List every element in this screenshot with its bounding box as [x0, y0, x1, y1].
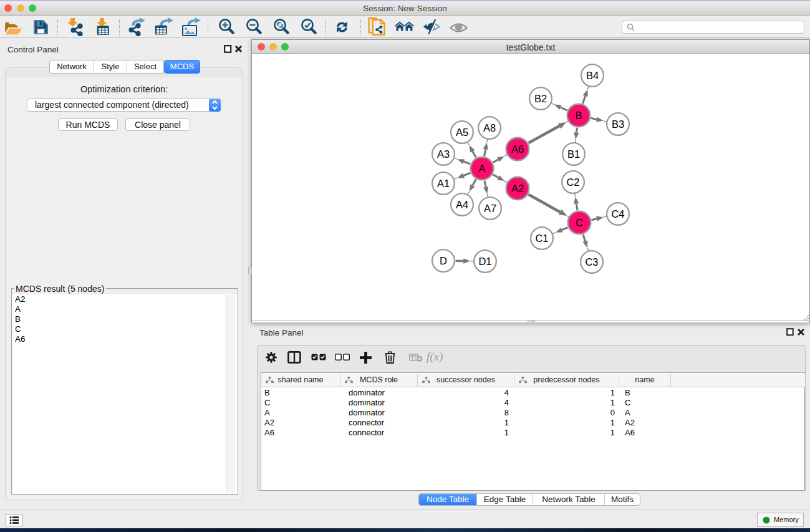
svg-text:A8: A8	[483, 122, 496, 133]
svg-text:B2: B2	[534, 93, 547, 104]
svg-text:B: B	[575, 110, 582, 121]
svg-text:B1: B1	[567, 148, 580, 160]
svg-text:B4: B4	[586, 70, 599, 81]
svg-text:A2: A2	[511, 183, 524, 194]
svg-text:C4: C4	[611, 208, 624, 220]
svg-text:A7: A7	[484, 203, 496, 214]
svg-text:D: D	[440, 255, 447, 266]
svg-text:B3: B3	[612, 118, 624, 130]
svg-text:C: C	[576, 217, 583, 228]
svg-text:A1: A1	[437, 178, 450, 189]
svg-text:A3: A3	[437, 148, 450, 160]
svg-text:A4: A4	[456, 199, 468, 210]
svg-text:D1: D1	[478, 256, 491, 267]
svg-text:C1: C1	[535, 233, 548, 244]
svg-text:A5: A5	[456, 127, 468, 138]
svg-text:C3: C3	[585, 256, 598, 268]
svg-text:C2: C2	[566, 177, 579, 188]
svg-text:A: A	[478, 163, 485, 174]
svg-text:A6: A6	[511, 143, 524, 155]
